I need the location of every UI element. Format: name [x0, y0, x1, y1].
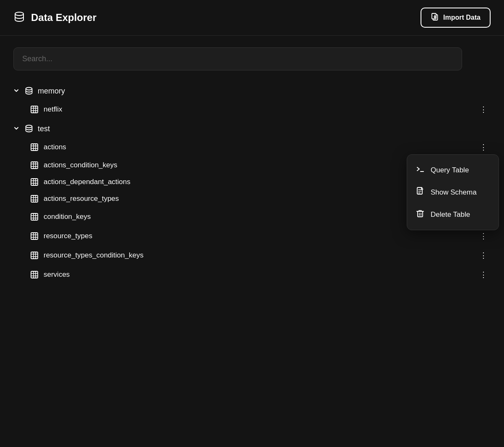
- table-item-ada-left: actions_dependant_actions: [30, 178, 130, 186]
- table-name-rt: resource_types: [44, 232, 92, 240]
- import-button-label: Import Data: [443, 14, 481, 21]
- table-name-services: services: [44, 270, 70, 279]
- context-menu-show-schema[interactable]: Show Schema: [407, 181, 499, 203]
- table-name-netflix: netflix: [44, 105, 62, 114]
- table-name-rtck: resource_types_condition_keys: [44, 251, 143, 260]
- svg-point-0: [15, 12, 23, 16]
- table-grid-services-icon: [30, 270, 39, 279]
- database-header-icon: [13, 11, 25, 24]
- table-item-actions: actions ⋮ Query Table: [30, 138, 491, 157]
- app-title: Data Explorer: [31, 12, 96, 23]
- more-button-services[interactable]: ⋮: [476, 269, 491, 280]
- svg-rect-36: [31, 233, 38, 239]
- db-test-label: test: [38, 125, 50, 133]
- database-tree: memory: [13, 82, 491, 284]
- table-name-art: actions_resource_types: [44, 195, 119, 203]
- table-item-rt-left: resource_types: [30, 232, 92, 240]
- import-data-button[interactable]: Import Data: [421, 8, 491, 28]
- db-memory-icon: [24, 86, 34, 96]
- table-grid-art-icon: [30, 195, 39, 203]
- svg-rect-1: [432, 13, 436, 19]
- svg-rect-46: [31, 271, 38, 278]
- table-name-actions: actions: [44, 143, 66, 151]
- svg-rect-26: [31, 195, 38, 202]
- context-menu-delete-label: Delete Table: [431, 211, 470, 219]
- svg-point-8: [26, 125, 32, 128]
- context-menu-schema-label: Show Schema: [431, 188, 477, 197]
- table-list-memory: netflix ⋮: [13, 100, 491, 119]
- search-container: [13, 47, 491, 70]
- more-button-rtck[interactable]: ⋮: [476, 250, 491, 261]
- table-grid-ada-icon: [30, 178, 39, 186]
- svg-rect-9: [31, 144, 38, 151]
- table-item-services-left: services: [30, 270, 70, 279]
- more-button-actions[interactable]: ⋮: [476, 142, 491, 153]
- table-item-art-left: actions_resource_types: [30, 195, 119, 203]
- context-menu: Query Table Show Schema: [407, 154, 499, 230]
- svg-rect-21: [31, 179, 38, 185]
- svg-rect-41: [31, 252, 38, 259]
- table-name-ada: actions_dependant_actions: [44, 178, 130, 186]
- table-item-rtck-left: resource_types_condition_keys: [30, 251, 143, 260]
- table-grid-netflix-icon: [30, 105, 39, 114]
- schema-icon: [416, 187, 425, 198]
- db-group-header-memory[interactable]: memory: [13, 82, 491, 100]
- trash-icon: [416, 209, 425, 220]
- import-icon: [431, 13, 439, 23]
- search-input[interactable]: [13, 47, 462, 70]
- table-grid-rtck-icon: [30, 251, 39, 260]
- more-button-netflix[interactable]: ⋮: [476, 104, 491, 115]
- context-menu-query-label: Query Table: [431, 166, 469, 174]
- main-content: memory: [0, 36, 504, 296]
- app-header: Data Explorer Import Data: [0, 0, 504, 36]
- table-grid-ack-icon: [30, 161, 39, 169]
- db-group-test: test: [13, 120, 491, 284]
- svg-rect-15: [418, 211, 423, 217]
- svg-point-2: [26, 88, 32, 90]
- svg-rect-31: [31, 213, 38, 220]
- header-left: Data Explorer: [13, 11, 96, 24]
- db-test-icon: [24, 124, 34, 133]
- chevron-test-icon: [13, 125, 20, 132]
- table-name-ack: actions_condition_keys: [44, 161, 117, 169]
- table-grid-ck-icon: [30, 213, 39, 221]
- db-group-memory: memory: [13, 82, 491, 119]
- context-menu-query-table[interactable]: Query Table: [407, 159, 499, 181]
- more-button-resource-types[interactable]: ⋮: [476, 231, 491, 242]
- table-item-rtck: resource_types_condition_keys ⋮: [30, 246, 491, 265]
- svg-rect-16: [31, 162, 38, 169]
- chevron-memory-icon: [13, 88, 20, 94]
- table-list-test: actions ⋮ Query Table: [13, 138, 491, 284]
- table-item-ck-left: condition_keys: [30, 213, 91, 221]
- table-item-netflix: netflix ⋮: [30, 100, 491, 119]
- db-group-header-test[interactable]: test: [13, 120, 491, 138]
- table-name-ck: condition_keys: [44, 213, 91, 221]
- table-item-netflix-left: netflix: [30, 105, 62, 114]
- terminal-icon: [416, 164, 425, 176]
- db-memory-label: memory: [38, 87, 65, 96]
- table-item-actions-left: actions: [30, 143, 66, 151]
- table-grid-rt-icon: [30, 232, 39, 240]
- svg-rect-3: [31, 106, 38, 113]
- table-item-services: services ⋮: [30, 265, 491, 284]
- table-grid-actions-icon: [30, 143, 39, 151]
- table-item-ack-left: actions_condition_keys: [30, 161, 117, 169]
- context-menu-delete-table[interactable]: Delete Table: [407, 203, 499, 226]
